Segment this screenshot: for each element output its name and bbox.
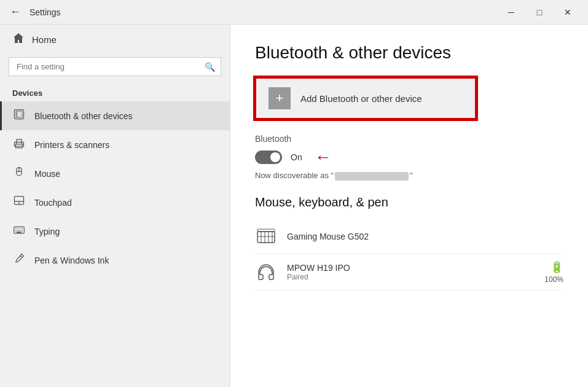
device-name-blur — [335, 172, 409, 181]
back-button[interactable]: ← — [6, 3, 25, 22]
minimize-button[interactable]: ─ — [497, 0, 525, 25]
toggle-knob — [270, 152, 280, 162]
printer-icon — [12, 137, 26, 152]
sidebar-item-mouse-label: Mouse — [34, 169, 60, 179]
svg-point-5 — [22, 144, 23, 145]
add-device-plus-icon: + — [269, 87, 291, 109]
arrow-annotation: ← — [315, 147, 332, 167]
device-item-gaming-mouse[interactable]: Gaming Mouse G502 — [255, 219, 563, 254]
mpow-info: MPOW H19 IPO Paired — [287, 263, 535, 281]
bluetooth-toggle-row: On ← — [255, 147, 563, 167]
bluetooth-toggle[interactable] — [255, 150, 282, 164]
mpow-status: Paired — [287, 273, 535, 281]
gaming-mouse-info: Gaming Mouse G502 — [287, 232, 563, 241]
main-layout: Home 🔍 Devices Bluetooth & other devices — [0, 25, 588, 387]
maximize-button[interactable]: □ — [525, 0, 554, 25]
add-device-label: Add Bluetooth or other device — [300, 93, 422, 104]
sidebar-item-printers-label: Printers & scanners — [34, 140, 109, 150]
sidebar-item-touchpad-label: Touchpad — [34, 198, 72, 208]
search-icon: 🔍 — [205, 62, 215, 72]
bluetooth-section-label: Bluetooth — [255, 134, 563, 144]
battery-icon: 🔋 — [550, 260, 563, 274]
device-item-mpow[interactable]: MPOW H19 IPO Paired 🔋 100% — [255, 254, 563, 291]
sidebar-item-typing-label: Typing — [34, 227, 60, 237]
content-area: Bluetooth & other devices + Add Bluetoot… — [230, 25, 588, 387]
page-title: Bluetooth & other devices — [255, 43, 563, 63]
home-icon — [12, 32, 25, 47]
app-title: Settings — [29, 7, 61, 17]
back-icon: ← — [10, 6, 21, 18]
battery-percentage: 100% — [544, 275, 563, 284]
window-controls: ─ □ ✕ — [497, 0, 582, 25]
mpow-name: MPOW H19 IPO — [287, 263, 535, 273]
pen-icon — [12, 252, 26, 268]
bluetooth-toggle-label: On — [291, 152, 302, 162]
mouse-keyboard-section-title: Mouse, keyboard, & pen — [255, 195, 563, 209]
gaming-mouse-name: Gaming Mouse G502 — [287, 232, 563, 241]
sidebar-item-bluetooth[interactable]: Bluetooth & other devices — [0, 101, 230, 130]
sidebar-item-pen[interactable]: Pen & Windows Ink — [0, 246, 230, 275]
keyboard-device-icon — [255, 225, 277, 248]
sidebar-item-bluetooth-label: Bluetooth & other devices — [34, 111, 133, 121]
sidebar-item-home[interactable]: Home — [0, 25, 230, 55]
discoverable-text: Now discoverable as "" — [255, 171, 563, 181]
close-button[interactable]: ✕ — [554, 0, 582, 25]
sidebar-section-title: Devices — [0, 84, 230, 101]
sidebar-item-typing[interactable]: Typing — [0, 217, 230, 246]
sidebar-item-pen-label: Pen & Windows Ink — [34, 256, 109, 265]
search-input[interactable] — [9, 57, 221, 76]
headphones-device-icon — [255, 261, 277, 283]
add-device-button[interactable]: + Add Bluetooth or other device — [255, 77, 476, 119]
touchpad-icon — [12, 195, 26, 210]
sidebar-home-label: Home — [32, 34, 57, 45]
titlebar: ← Settings ─ □ ✕ — [0, 0, 588, 25]
sidebar: Home 🔍 Devices Bluetooth & other devices — [0, 25, 230, 387]
mpow-battery: 🔋 100% — [544, 260, 563, 284]
sidebar-item-touchpad[interactable]: Touchpad — [0, 188, 230, 217]
svg-line-22 — [20, 256, 22, 257]
mouse-icon — [12, 166, 26, 181]
search-box: 🔍 — [9, 57, 221, 76]
sidebar-item-printers[interactable]: Printers & scanners — [0, 130, 230, 159]
sidebar-item-mouse[interactable]: Mouse — [0, 159, 230, 188]
keyboard-icon — [12, 224, 26, 239]
bluetooth-icon — [12, 108, 26, 123]
